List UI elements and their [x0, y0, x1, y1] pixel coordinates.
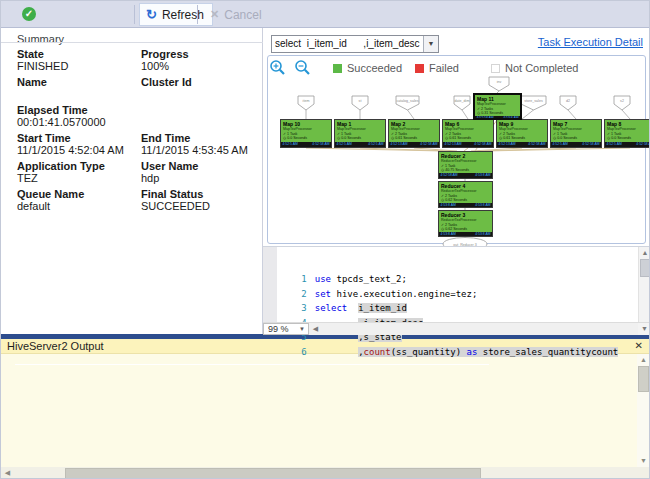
- task-check-icon: ✓: [477, 107, 480, 111]
- output-log[interactable]: Submitting script file C:\Users\xiaoyzhu…: [1, 354, 637, 467]
- log-line: Streaming logs and outputs from HiveServ…: [1, 386, 637, 397]
- editor-horizontal-scrollbar[interactable]: [322, 323, 638, 335]
- output-horizontal-scrollbar[interactable]: ◀: [1, 467, 650, 479]
- summary-field-value: SUCCEEDED: [141, 200, 261, 212]
- dag-node-time-bar: 4:52:58 AM 4:53:8 AM: [475, 116, 520, 120]
- summary-fields: State FINISHED Progress 100% Name Cluste…: [1, 48, 263, 216]
- dag-node-duration: 0.31 Seconds: [481, 111, 503, 115]
- dag-node-start-time: 4:52:13 AM: [445, 142, 462, 148]
- dag-node-end-time: 4:52:5 AM: [368, 142, 383, 148]
- dag-node-time-bar: 4:53:8 AM 4:53:8 AM: [439, 203, 492, 208]
- dropdown-arrow-icon[interactable]: ▼: [423, 36, 438, 52]
- dag-node-duration: 0.0 Seconds: [287, 136, 307, 140]
- task-check-icon: ✓: [553, 132, 556, 136]
- scroll-up-icon[interactable]: ▲: [639, 247, 650, 259]
- close-icon[interactable]: ✕: [635, 340, 643, 351]
- dag-node[interactable]: Reducer 4 ReducerTezProcessor ✓2 Tasks ◷…: [438, 181, 493, 208]
- dag-node[interactable]: Map 8 MapTezProcessor ✓1 Task ◷0.0 Secon…: [604, 119, 650, 148]
- dag-node[interactable]: Map 6 MapTezProcessor ✓2 Tasks ◷0.61 Sec…: [442, 119, 494, 148]
- summary-panel: Summary State FINISHED Progress 100% Nam…: [1, 28, 263, 334]
- dag-node-duration: 0.62 Seconds: [445, 198, 467, 202]
- summary-field-value: TEZ: [17, 172, 137, 184]
- dag-node-tasks: 2 Tasks: [445, 223, 457, 227]
- log-line: 0% of the default queue capacity is used…: [1, 365, 637, 376]
- log-line: INFO : Map 1: 0/1 Map 10: -/- Map 11: -/…: [1, 459, 637, 467]
- task-check-icon: ✓: [441, 194, 444, 198]
- dag-node-duration: 0.62 Seconds: [445, 227, 467, 231]
- clock-icon: ◷: [553, 136, 556, 140]
- summary-field-label: Name: [17, 76, 137, 88]
- summary-field: Name: [17, 76, 137, 88]
- scroll-left-icon[interactable]: ◀: [309, 323, 322, 335]
- dag-node-title: Map 6: [443, 120, 493, 127]
- job-graph-panel: select i_item_id ,i_item_desc ,s_st ... …: [263, 28, 650, 334]
- dag-node-tasks: 2 Tasks: [395, 132, 407, 136]
- log-text: INFO :: [15, 427, 44, 428]
- scrollbar-thumb[interactable]: [65, 468, 481, 479]
- scroll-left-icon[interactable]: ◀: [1, 467, 14, 479]
- dag-node-title: Map 11: [475, 95, 520, 102]
- summary-field-value: 00:01:41.0570000: [17, 116, 137, 128]
- dag-node-tasks: 2 Tasks: [445, 194, 457, 198]
- dag-node-title: Map 7: [551, 120, 601, 127]
- dag-node-start-time: 4:52:58 AM: [441, 173, 458, 179]
- dag-node-end-time: 4:52:58 AM: [528, 142, 545, 148]
- task-check-icon: ✓: [445, 132, 448, 136]
- summary-field-value: default: [17, 200, 137, 212]
- summary-field: Start Time 11/1/2015 4:52:04 AM: [17, 132, 137, 156]
- dag-node-start-time: 4:52:5 AM: [337, 142, 352, 148]
- summary-field: End Time 11/1/2015 4:53:45 AM: [141, 132, 261, 156]
- output-vertical-scrollbar[interactable]: ▲ ▼: [637, 354, 650, 467]
- scrollbar-thumb[interactable]: [640, 259, 650, 277]
- dag-node-start-time: 4:53:8 AM: [441, 203, 456, 208]
- task-execution-detail-link[interactable]: Task Execution Detail: [538, 36, 643, 48]
- scroll-down-icon[interactable]: ▼: [638, 323, 650, 335]
- query-selector-dropdown[interactable]: select i_item_id ,i_item_desc ,s_st ... …: [271, 35, 439, 53]
- query-text-editor[interactable]: 1use tpcds_text_2; 2set hive.execution.e…: [263, 246, 650, 334]
- dag-node-time-bar: 4:53:8 AM 4:53:8 AM: [439, 232, 492, 237]
- clock-icon: ◷: [499, 136, 502, 140]
- dag-node-tasks: 1 Task: [557, 132, 567, 136]
- hive-job-summary-window: ✓ ↻ Refresh ✕ Cancel Summary State FINIS…: [0, 0, 650, 479]
- dag-node-title: Map 1: [335, 120, 385, 127]
- dag-node-end-time: 4:52:58 AM: [312, 142, 329, 148]
- dag-node-end-time: 4:53:8 AM: [475, 203, 490, 208]
- summary-field-value: 11/1/2015 4:52:04 AM: [17, 144, 137, 156]
- log-text: INFO : Map 1: 0/1 Map 10: -/- Map 11: -/…: [15, 458, 637, 459]
- dag-node[interactable]: Map 10 MapTezProcessor ✓1 Task ◷0.0 Seco…: [280, 119, 332, 148]
- output-title: HiveServer2 Output: [7, 340, 104, 352]
- editor-zoom-control[interactable]: 99 % ▼: [263, 323, 309, 335]
- clock-icon: ◷: [283, 136, 286, 140]
- dag-node[interactable]: Map 2 MapTezProcessor ✓2 Tasks ◷0.61 Sec…: [388, 119, 440, 148]
- dag-node[interactable]: Map 9 MapTezProcessor ✓2 Tasks ◷0.61 Sec…: [496, 119, 548, 148]
- scrollbar-thumb[interactable]: [638, 366, 649, 392]
- scroll-up-icon[interactable]: ▲: [637, 354, 650, 366]
- summary-field-label: State: [17, 48, 137, 60]
- clock-icon: ◷: [441, 198, 444, 202]
- dag-node[interactable]: Map 1 MapTezProcessor ✓1 Task ◷0.0 Secon…: [334, 119, 386, 148]
- summary-field-label: Start Time: [17, 132, 137, 144]
- code-text: ,count(ss_quantity) as store_sales_quant…: [315, 347, 618, 357]
- editor-line: 1use tpcds_text_2;: [263, 250, 638, 265]
- clock-icon: ◷: [391, 136, 394, 140]
- dag-node-end-time: 4:52:58 AM: [582, 142, 599, 148]
- chevron-down-icon: ▼: [299, 326, 308, 332]
- toolbar-separator: [134, 5, 135, 24]
- dag-node[interactable]: Map 11 MapTezProcessor ✓2 Tasks ◷0.31 Se…: [473, 93, 522, 120]
- toolbar: ✓ ↻ Refresh ✕ Cancel: [1, 1, 650, 28]
- dag-node-duration: 0.61 Seconds: [395, 136, 417, 140]
- dag-node-end-time: 4:52:58 AM: [420, 142, 437, 148]
- scroll-down-icon[interactable]: ▼: [637, 455, 650, 467]
- dag-node-time-bar: 4:52:5 AM 4:52:58 AM: [281, 142, 331, 148]
- summary-field-value: hdp: [141, 172, 261, 184]
- summary-field: Elapsed Time 00:01:41.0570000: [17, 104, 137, 128]
- cancel-button[interactable]: ✕ Cancel: [202, 3, 270, 26]
- dag-node[interactable]: Reducer 2 ReducerTezProcessor ✓1 Task ◷4…: [438, 151, 493, 179]
- dag-node-start-time: 4:52:5 AM: [553, 142, 568, 148]
- summary-divider: [1, 42, 263, 43]
- clock-icon: ◷: [607, 136, 610, 140]
- dag-node[interactable]: Reducer 3 ReducerTezProcessor ✓2 Tasks ◷…: [438, 210, 493, 237]
- log-line: INFO : Map 1: -/- Map 10: -/- Map 11: -/…: [1, 438, 637, 449]
- editor-vertical-scrollbar[interactable]: ▲: [638, 247, 650, 322]
- dag-node[interactable]: Map 7 MapTezProcessor ✓1 Task ◷0.0 Secon…: [550, 119, 602, 148]
